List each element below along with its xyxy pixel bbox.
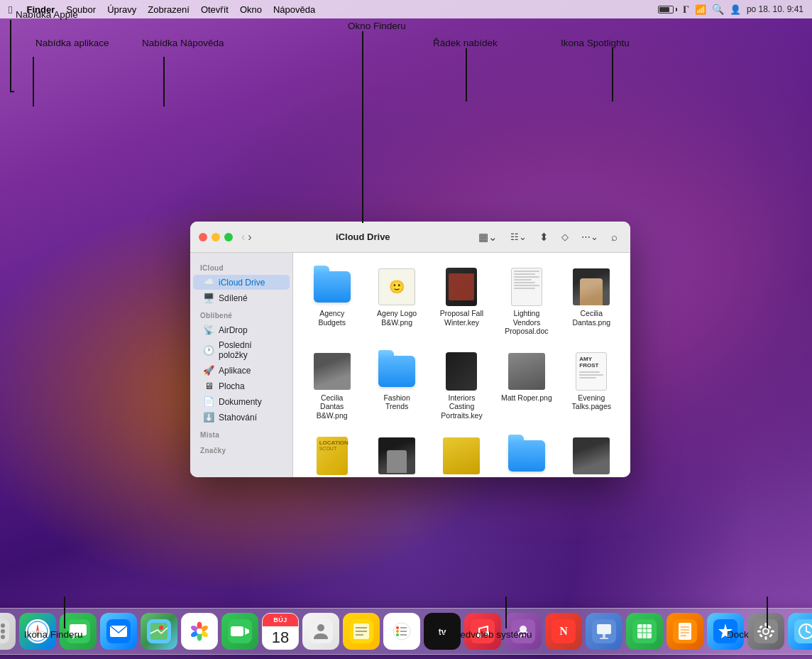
file-item-cecilia[interactable]: CeciliaDantas.png (563, 263, 620, 340)
file-item-agency-budgets[interactable]: AgencyBudgets (303, 263, 361, 340)
file-thumb-vera (573, 437, 610, 474)
menu-otevrit[interactable]: Otevřít (201, 4, 229, 15)
annotation-line-app (33, 57, 34, 107)
screentime-icon (794, 619, 812, 643)
file-item-agency-logo[interactable]: 🙂 Ageny LogoB&W.png (368, 263, 425, 340)
sidebar-item-desktop[interactable]: 🖥 Plocha (193, 378, 290, 393)
numbers-icon (632, 619, 657, 643)
search-button[interactable]: ⌕ (607, 229, 622, 244)
wifi-icon[interactable]: 𝚪 (683, 4, 689, 16)
doc-line (514, 276, 539, 278)
file-item-abby[interactable]: Abby.png (368, 432, 425, 477)
dock-item-contacts[interactable] (302, 613, 339, 650)
sidebar-item-applications[interactable]: 🚀 Aplikace (193, 363, 290, 378)
sidebar-section-icloud: iCloud (190, 258, 292, 274)
file-thumb-tote (443, 437, 480, 474)
file-item-vera[interactable]: Vera San.png (563, 432, 620, 477)
back-button[interactable]: ‹ (241, 231, 245, 244)
file-thumb-proposal (446, 268, 477, 306)
file-item-fashion-trends[interactable]: FashionTrends (368, 347, 425, 425)
svg-rect-37 (231, 626, 243, 636)
calendar-date: 18 (272, 626, 289, 649)
dock-item-pages[interactable] (666, 613, 703, 650)
doc-line (514, 271, 539, 272)
file-item-tote[interactable]: Tote Bag.jpg (433, 432, 490, 477)
spotlight-icon[interactable]: 🔍 (712, 4, 724, 15)
view-icon-list[interactable]: ☷⌄ (506, 230, 531, 244)
file-name-lighting: Lighting VendorsProposal.doc (501, 309, 552, 336)
svg-rect-66 (600, 638, 608, 639)
file-thumb-lighting (511, 268, 542, 306)
file-item-matt[interactable]: Matt Roper.png (498, 347, 555, 425)
shared-icon: 🖥️ (203, 293, 214, 303)
sidebar-item-shared[interactable]: 🖥️ Sdílené (193, 290, 290, 305)
file-thumb-matt (508, 353, 545, 390)
dock-item-screentime[interactable] (788, 613, 812, 650)
menu-upravy[interactable]: Úpravy (107, 4, 136, 15)
annotation-line-help (163, 57, 165, 107)
file-name-cecilia: CeciliaDantas.png (572, 309, 610, 327)
svg-point-40 (317, 624, 324, 631)
file-icon-matt (507, 352, 547, 391)
dock-item-numbers[interactable] (626, 613, 663, 650)
dock-item-calendar[interactable]: BÚJ 18 (262, 613, 299, 650)
file-item-cecilia-bw[interactable]: CeciliaDantas B&W.png (303, 347, 361, 425)
sidebar-label-recents: Poslední položky (219, 340, 280, 360)
sidebar-item-icloud-drive[interactable]: ☁️ iCloud Drive (193, 275, 290, 290)
file-item-evening[interactable]: AMYFROST EveningTalks.pages (563, 347, 620, 425)
annotation-line-spotlight (612, 48, 613, 102)
annotation-line-dock (767, 597, 768, 628)
sidebar-label-desktop: Plocha (219, 381, 245, 391)
action-button[interactable]: ⋯⌄ (577, 230, 603, 244)
file-item-proposal[interactable]: Proposal FallWinter.key (433, 263, 490, 340)
dock-item-facetime[interactable] (221, 613, 258, 650)
dock-item-keynote[interactable] (586, 613, 622, 650)
file-item-talent-deck[interactable]: Talent Deck (498, 432, 555, 477)
sidebar-item-documents[interactable]: 📄 Dokumenty (193, 394, 290, 409)
annotation-finder-window: Okno Finderu (348, 20, 406, 33)
svg-rect-68 (637, 624, 652, 638)
sidebar-label-airdrop: AirDrop (219, 325, 248, 335)
file-thumb-agency-logo: 🙂 (378, 268, 415, 305)
sidebar-section-places: Místa (190, 425, 292, 441)
doc-line (579, 371, 600, 373)
annotation-dock: Dock (727, 628, 749, 641)
sidebar-item-recents[interactable]: 🕐 Poslední položky (193, 338, 290, 362)
menu-okno[interactable]: Okno (240, 4, 262, 15)
apple-menu-icon[interactable]:  (9, 4, 12, 16)
dock-item-sysprefs[interactable] (747, 613, 784, 650)
file-icon-agency-budgets (312, 267, 352, 307)
battery-body (658, 6, 674, 13)
annotation-spotlight: Ikona Spotlightu (561, 37, 630, 50)
finder-title: iCloud Drive (258, 232, 468, 242)
file-item-lighting[interactable]: Lighting VendorsProposal.doc (498, 263, 555, 340)
dock-item-reminders[interactable] (383, 613, 420, 650)
file-item-locations[interactable]: LOCATION SCOUT LocationsNotes.key (303, 432, 361, 477)
menu-napoveda[interactable]: Nápověda (273, 4, 315, 15)
dock-item-news[interactable]: N (545, 613, 582, 650)
dock-item-notes[interactable] (343, 613, 380, 650)
calendar-month: BÚJ (263, 614, 298, 626)
file-name-agency-budgets: AgencyBudgets (318, 309, 346, 327)
dock-item-mail[interactable] (100, 613, 137, 650)
mail-icon (106, 619, 131, 643)
view-icon-grid[interactable]: ▦⌄ (474, 229, 502, 245)
share-button[interactable]: ⬍ (535, 229, 553, 245)
user-icon[interactable]: 👤 (730, 4, 741, 15)
sidebar-item-downloads[interactable]: ⬇️ Stahování (193, 410, 290, 425)
file-item-interiors[interactable]: Interiors CastingPortraits.key (433, 347, 490, 425)
dock: BÚJ 18 (0, 608, 812, 655)
dock-item-launchpad[interactable] (0, 613, 16, 650)
forward-button[interactable]: › (248, 231, 251, 244)
sidebar-item-airdrop[interactable]: 📡 AirDrop (193, 322, 290, 337)
file-name-cecilia-bw: CeciliaDantas B&W.png (307, 393, 358, 420)
maximize-button[interactable] (224, 233, 233, 241)
minimize-button[interactable] (212, 233, 220, 241)
close-button[interactable] (199, 233, 207, 241)
tag-button[interactable]: ◇ (557, 230, 573, 244)
annotation-sysprefs: Ikona Předvoleb systému (424, 628, 532, 641)
facetime-icon (228, 619, 252, 643)
dock-item-photos[interactable] (181, 613, 218, 650)
menu-zobrazeni[interactable]: Zobrazení (148, 4, 190, 15)
dock-item-maps[interactable] (141, 613, 177, 650)
